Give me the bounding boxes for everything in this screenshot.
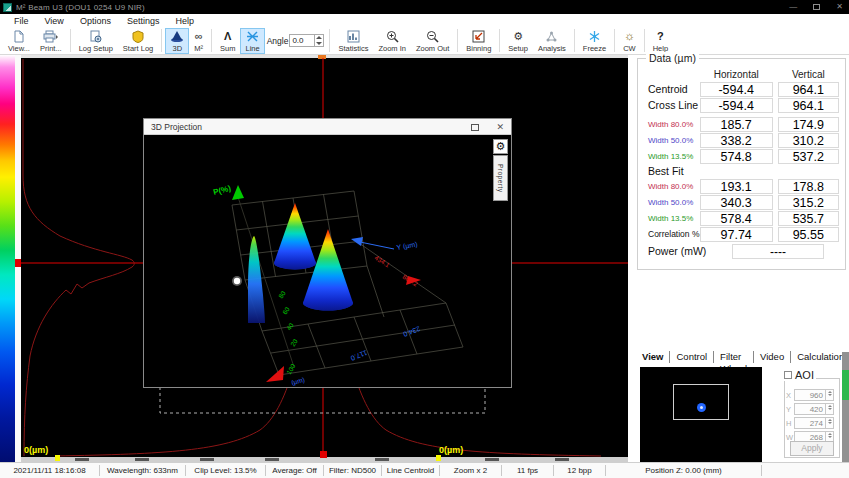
cw-icon: ☼: [624, 30, 635, 43]
projection-maximize-icon[interactable]: [471, 124, 479, 131]
log-setup-button[interactable]: Log Setup: [74, 28, 118, 54]
app-icon: [3, 3, 12, 12]
angle-down-icon[interactable]: [315, 41, 323, 47]
bf-width80-v-value: 178.8: [778, 179, 839, 194]
toolbar-separator: [499, 29, 500, 52]
statistics-button[interactable]: Statistics: [333, 28, 373, 54]
panel-scrollbar[interactable]: [842, 352, 849, 462]
status-line-centroid: Line Centroid: [382, 465, 440, 476]
correlation-v-value: 95.55: [778, 227, 839, 242]
table-row-correlation: Correlation % 97.74 95.55: [648, 226, 839, 242]
aoi-y-stepper[interactable]: 420: [794, 403, 834, 415]
projection-close-icon[interactable]: ✕: [496, 123, 504, 132]
vertical-beam-profile: [23, 59, 134, 456]
statistics-icon: [347, 30, 360, 43]
sum-button[interactable]: Λ Sum: [215, 28, 240, 54]
zoom-out-button[interactable]: Zoom Out: [411, 28, 454, 54]
intensity-colorbar: [0, 55, 15, 462]
start-log-button[interactable]: Start Log: [118, 28, 158, 54]
cursor-dot[interactable]: [234, 278, 240, 284]
setup-button[interactable]: ⚙ Setup: [503, 28, 533, 54]
tab-video[interactable]: Video: [754, 351, 791, 363]
status-clip-level: Clip Level: 13.5%: [186, 465, 266, 476]
aoi-checkbox[interactable]: [784, 371, 792, 379]
scrollbar-thumb[interactable]: [842, 370, 849, 400]
bf-width135-h-value: 578.4: [700, 211, 773, 226]
toolbar-separator: [644, 29, 645, 52]
toolbar-separator: [161, 29, 162, 52]
tab-view[interactable]: View: [640, 351, 670, 363]
svg-text:100: 100: [285, 362, 297, 375]
y-axis-arrow-icon: [351, 237, 363, 246]
menu-help[interactable]: Help: [167, 16, 202, 26]
line-button[interactable]: Line: [240, 28, 264, 54]
origin-label-y: 0(µm): [24, 445, 48, 455]
help-button[interactable]: ? Help: [648, 28, 673, 54]
analysis-button[interactable]: Analysis: [533, 28, 571, 54]
menu-options[interactable]: Options: [72, 16, 119, 26]
view-button[interactable]: View...: [3, 28, 35, 54]
aoi-h-stepper[interactable]: 274: [794, 417, 834, 429]
data-group-title: Data (µm): [646, 52, 699, 64]
property-tab[interactable]: Property: [493, 155, 508, 201]
binning-icon: [472, 30, 485, 43]
gear-icon[interactable]: ⚙: [493, 139, 508, 154]
log-setup-icon: [89, 30, 102, 43]
projection-3d-plot[interactable]: P(%) 80 60 40 20 100 (µm) 117.0 234.0 Y …: [144, 135, 511, 387]
svg-text:234.0: 234.0: [402, 325, 421, 338]
tab-filter-wheel[interactable]: Filter Wheel: [714, 351, 754, 363]
tab-control[interactable]: Control: [670, 351, 714, 363]
preview-aoi-rect: [673, 384, 729, 420]
minimize-icon[interactable]: —: [789, 3, 797, 11]
aoi-field-x: X 960: [786, 388, 834, 402]
angle-label: Angle: [267, 36, 289, 46]
toolbar-separator: [614, 29, 615, 52]
crosshair-left-marker[interactable]: [15, 259, 21, 267]
centroid-v-value: 964.1: [778, 82, 839, 97]
zoom-in-button[interactable]: Zoom In: [373, 28, 411, 54]
zoom-out-icon: [426, 30, 439, 43]
angle-value[interactable]: 0.0: [290, 35, 314, 46]
table-row-width50: Width 50.0% 338.2 310.2: [648, 132, 839, 148]
column-vertical: Vertical: [778, 69, 839, 80]
data-table-header: Horizontal Vertical: [648, 67, 839, 81]
column-horizontal: Horizontal: [700, 69, 773, 80]
apply-button[interactable]: Apply: [790, 441, 834, 456]
close-icon[interactable]: ✕: [836, 3, 843, 11]
table-row-bf-width80: Width 80.0% 193.1 178.8: [648, 178, 839, 194]
menu-settings[interactable]: Settings: [119, 16, 168, 26]
cw-button[interactable]: ☼ CW: [618, 28, 641, 54]
freeze-icon: [588, 30, 601, 43]
printer-icon: [43, 30, 58, 43]
table-row-bf-width135: Width 13.5% 578.4 535.7: [648, 210, 839, 226]
print-button[interactable]: Print...: [35, 28, 67, 54]
crossline-h-value: -594.4: [700, 98, 773, 113]
tab-calculation[interactable]: Calculation: [791, 351, 849, 363]
y-axis-line: [360, 242, 394, 249]
table-row-power: Power (mW) ----: [648, 242, 839, 260]
menu-bar: File View Options Settings Help: [0, 14, 849, 27]
maximize-icon[interactable]: [813, 4, 820, 10]
status-bar: 2021/11/11 18:16:08 Wavelength: 633nm Cl…: [0, 462, 849, 478]
freeze-button[interactable]: Freeze: [578, 28, 611, 54]
setup-icon: ⚙: [513, 30, 523, 43]
app-window: M² Beam U3 (DOU1 0254 U9 NIR) — ✕ File V…: [0, 0, 849, 478]
menu-view[interactable]: View: [37, 16, 72, 26]
origin-label-x: 0(µm): [439, 445, 463, 455]
table-row-crossline: Cross Line -594.4 964.1: [648, 97, 839, 113]
menu-file[interactable]: File: [6, 16, 37, 26]
crosshair-bottom-marker[interactable]: [320, 451, 327, 458]
m2-button[interactable]: ∞ M²: [189, 28, 208, 54]
projection-window[interactable]: 3D Projection ✕ ⚙ Property: [143, 118, 512, 388]
3d-button[interactable]: 3D: [165, 28, 189, 54]
3d-icon: [170, 30, 184, 43]
binning-button[interactable]: Binning: [461, 28, 496, 54]
aoi-x-stepper[interactable]: 960: [794, 389, 834, 401]
document-icon: [12, 30, 25, 43]
aoi-title: AOI: [795, 369, 814, 381]
projection-title-bar[interactable]: 3D Projection ✕: [144, 119, 511, 135]
status-wavelength: Wavelength: 633nm: [100, 465, 186, 476]
camera-preview[interactable]: [640, 367, 762, 462]
angle-stepper[interactable]: 0.0: [289, 34, 324, 47]
status-average: Average: Off: [266, 465, 324, 476]
